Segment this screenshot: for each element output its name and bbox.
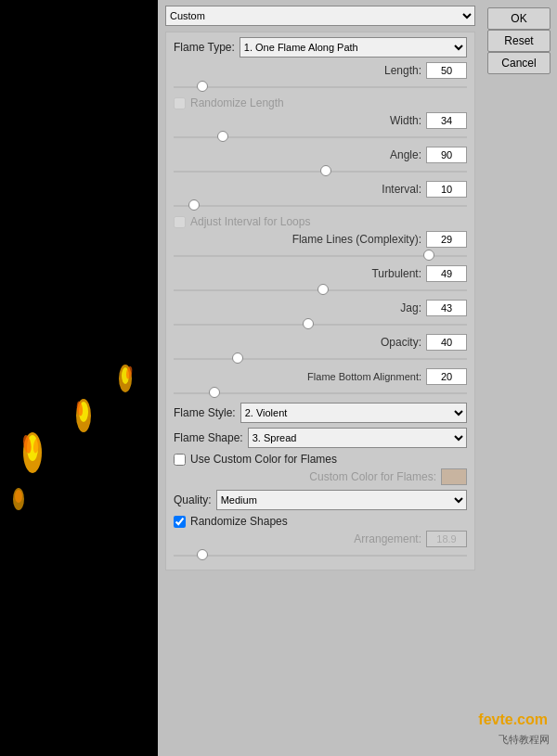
jag-row: Jag:: [174, 300, 467, 316]
randomize-shapes-row: Randomize Shapes: [174, 515, 467, 528]
turbulent-input[interactable]: [426, 265, 467, 282]
randomize-length-row: Randomize Length: [174, 96, 467, 109]
flame-bottom-row: Flame Bottom Alignment:: [174, 368, 467, 385]
controls-panel: Custom Flame Type: 1. One Flame Along Pa…: [158, 0, 483, 756]
reset-button[interactable]: Reset: [487, 30, 551, 52]
opacity-row: Opacity:: [174, 334, 467, 351]
flame-preview-svg: [5, 193, 153, 564]
ok-button[interactable]: OK: [487, 7, 551, 30]
width-row: Width:: [174, 112, 467, 129]
randomize-shapes-label: Randomize Shapes: [190, 515, 288, 528]
length-slider[interactable]: [174, 81, 467, 94]
arrangement-row: Arrangement:: [174, 531, 467, 547]
width-label: Width:: [174, 114, 421, 127]
opacity-slider[interactable]: [174, 352, 467, 365]
flame-bottom-slider[interactable]: [174, 387, 467, 400]
angle-label: Angle:: [174, 148, 421, 161]
length-label: Length:: [174, 64, 421, 77]
flame-shape-label: Flame Shape:: [174, 431, 243, 444]
adjust-interval-row: Adjust Interval for Loops: [174, 215, 467, 228]
turbulent-label: Turbulent:: [174, 267, 421, 280]
quality-select[interactable]: Medium: [216, 490, 467, 510]
adjust-interval-label: Adjust Interval for Loops: [190, 215, 310, 228]
flame-shape-select[interactable]: 3. Spread: [248, 428, 467, 448]
flame-shape-row: Flame Shape: 3. Spread: [174, 428, 467, 448]
arrangement-input[interactable]: [426, 531, 467, 547]
main-controls-box: Flame Type: 1. One Flame Along Path Leng…: [165, 32, 475, 570]
flame-style-label: Flame Style:: [174, 406, 236, 419]
quality-label: Quality:: [174, 493, 212, 506]
flame-type-select[interactable]: 1. One Flame Along Path: [240, 37, 467, 58]
arrangement-label: Arrangement:: [174, 532, 421, 545]
interval-slider[interactable]: [174, 199, 467, 212]
turbulent-slider[interactable]: [174, 284, 467, 297]
use-custom-color-label: Use Custom Color for Flames: [190, 453, 337, 466]
width-slider[interactable]: [174, 131, 467, 144]
opacity-label: Opacity:: [174, 336, 421, 349]
preset-select[interactable]: Custom: [165, 6, 475, 26]
flame-lines-label: Flame Lines (Complexity):: [174, 233, 421, 246]
interval-label: Interval:: [174, 183, 421, 196]
turbulent-row: Turbulent:: [174, 265, 467, 282]
flame-type-label: Flame Type:: [174, 41, 235, 54]
action-buttons: OK Reset Cancel: [483, 0, 557, 82]
flame-bottom-label: Flame Bottom Alignment:: [174, 371, 421, 382]
use-custom-color-row: Use Custom Color for Flames: [174, 453, 467, 466]
custom-color-label: Custom Color for Flames:: [174, 470, 436, 483]
randomize-length-checkbox[interactable]: [174, 97, 186, 109]
length-row: Length:: [174, 62, 467, 79]
angle-slider[interactable]: [174, 165, 467, 178]
preview-panel: [0, 0, 158, 756]
opacity-input[interactable]: [426, 334, 467, 351]
jag-label: Jag:: [174, 301, 421, 314]
interval-input[interactable]: [426, 181, 467, 198]
angle-row: Angle:: [174, 147, 467, 163]
randomize-shapes-checkbox[interactable]: [174, 516, 186, 528]
flame-bottom-input[interactable]: [426, 368, 467, 385]
width-input[interactable]: [426, 112, 467, 129]
watermark: fevte.com: [478, 711, 548, 728]
flame-lines-row: Flame Lines (Complexity):: [174, 231, 467, 248]
interval-row: Interval:: [174, 181, 467, 198]
quality-row: Quality: Medium: [174, 490, 467, 510]
flame-style-select[interactable]: 2. Violent: [240, 403, 467, 423]
randomize-length-label: Randomize Length: [190, 96, 284, 109]
svg-point-11: [15, 490, 22, 503]
custom-color-swatch[interactable]: [441, 468, 467, 485]
use-custom-color-checkbox[interactable]: [174, 454, 186, 466]
jag-slider[interactable]: [174, 318, 467, 331]
flame-type-row: Flame Type: 1. One Flame Along Path: [174, 37, 467, 58]
flame-style-row: Flame Style: 2. Violent: [174, 403, 467, 423]
jag-input[interactable]: [426, 300, 467, 316]
angle-input[interactable]: [426, 147, 467, 163]
cancel-button[interactable]: Cancel: [487, 52, 551, 74]
flame-lines-input[interactable]: [426, 231, 467, 248]
flame-lines-slider[interactable]: [174, 250, 467, 263]
custom-color-row: Custom Color for Flames:: [174, 468, 467, 485]
watermark-sub: 飞特教程网: [499, 733, 550, 747]
length-input[interactable]: [426, 62, 467, 79]
preset-row: Custom: [165, 6, 475, 26]
adjust-interval-checkbox[interactable]: [174, 216, 186, 228]
arrangement-slider[interactable]: [174, 549, 467, 562]
